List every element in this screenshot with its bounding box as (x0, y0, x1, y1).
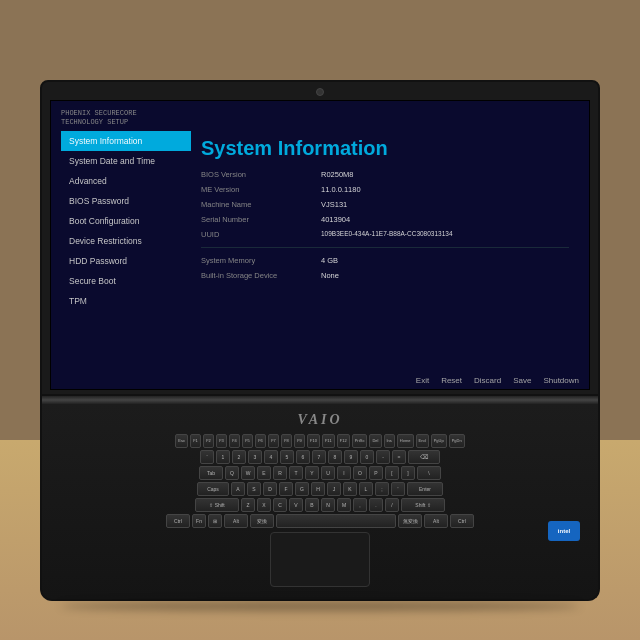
key-lbracket[interactable]: [ (385, 466, 399, 480)
footer-shutdown-button[interactable]: Shutdown (543, 376, 579, 385)
nav-system-information[interactable]: System Information (61, 131, 191, 151)
key-rshift[interactable]: Shift ⇧ (401, 498, 445, 512)
key-ralt[interactable]: Alt (424, 514, 448, 528)
key-i[interactable]: I (337, 466, 351, 480)
key-h[interactable]: H (311, 482, 325, 496)
key-3[interactable]: 3 (248, 450, 262, 464)
key-pgup[interactable]: PgUp (431, 434, 447, 448)
key-e[interactable]: E (257, 466, 271, 480)
key-del[interactable]: Del (369, 434, 381, 448)
key-f2[interactable]: F2 (203, 434, 214, 448)
key-w[interactable]: W (241, 466, 255, 480)
key-5[interactable]: 5 (280, 450, 294, 464)
key-c[interactable]: C (273, 498, 287, 512)
key-f4[interactable]: F4 (229, 434, 240, 448)
key-7[interactable]: 7 (312, 450, 326, 464)
content-title: System Information (201, 137, 569, 160)
nav-device-restrictions[interactable]: Device Restrictions (61, 231, 191, 251)
key-2[interactable]: 2 (232, 450, 246, 464)
key-f6[interactable]: F6 (255, 434, 266, 448)
key-win[interactable]: ⊞ (208, 514, 222, 528)
key-backslash[interactable]: \ (417, 466, 441, 480)
key-k[interactable]: K (343, 482, 357, 496)
key-semicolon[interactable]: ; (375, 482, 389, 496)
key-v[interactable]: V (289, 498, 303, 512)
nav-advanced[interactable]: Advanced (61, 171, 191, 191)
key-f7[interactable]: F7 (268, 434, 279, 448)
key-enter[interactable]: Enter (407, 482, 443, 496)
footer-reset-button[interactable]: Reset (441, 376, 462, 385)
key-o[interactable]: O (353, 466, 367, 480)
key-l[interactable]: L (359, 482, 373, 496)
key-f12[interactable]: F12 (337, 434, 350, 448)
key-lalt[interactable]: Alt (224, 514, 248, 528)
key-z[interactable]: Z (241, 498, 255, 512)
key-slash[interactable]: / (385, 498, 399, 512)
key-f1[interactable]: F1 (190, 434, 201, 448)
key-f11[interactable]: F11 (322, 434, 335, 448)
key-6[interactable]: 6 (296, 450, 310, 464)
key-prtsc[interactable]: PrtSc (352, 434, 368, 448)
key-home[interactable]: Home (397, 434, 414, 448)
key-minus[interactable]: - (376, 450, 390, 464)
key-henkan[interactable]: 変換 (250, 514, 274, 528)
key-j[interactable]: J (327, 482, 341, 496)
key-f10[interactable]: F10 (307, 434, 320, 448)
key-f3[interactable]: F3 (216, 434, 227, 448)
key-fn[interactable]: Fn (192, 514, 206, 528)
key-comma[interactable]: , (353, 498, 367, 512)
nav-tpm[interactable]: TPM (61, 291, 191, 311)
key-lshift[interactable]: ⇧ Shift (195, 498, 239, 512)
key-s[interactable]: S (247, 482, 261, 496)
key-d[interactable]: D (263, 482, 277, 496)
key-f8[interactable]: F8 (281, 434, 292, 448)
footer-discard-button[interactable]: Discard (474, 376, 501, 385)
key-n[interactable]: N (321, 498, 335, 512)
key-rctrl[interactable]: Ctrl (450, 514, 474, 528)
footer-save-button[interactable]: Save (513, 376, 531, 385)
footer-exit-button[interactable]: Exit (416, 376, 429, 385)
key-y[interactable]: Y (305, 466, 319, 480)
key-q[interactable]: Q (225, 466, 239, 480)
key-r[interactable]: R (273, 466, 287, 480)
key-x[interactable]: X (257, 498, 271, 512)
nav-boot-configuration[interactable]: Boot Configuration (61, 211, 191, 231)
nav-system-date-time[interactable]: System Date and Time (61, 151, 191, 171)
key-0[interactable]: 0 (360, 450, 374, 464)
key-end[interactable]: End (416, 434, 429, 448)
key-f[interactable]: F (279, 482, 293, 496)
key-8[interactable]: 8 (328, 450, 342, 464)
key-u[interactable]: U (321, 466, 335, 480)
key-muhenkan[interactable]: 無変換 (398, 514, 422, 528)
key-1[interactable]: 1 (216, 450, 230, 464)
nav-secure-boot[interactable]: Secure Boot (61, 271, 191, 291)
key-quote[interactable]: ' (391, 482, 405, 496)
nav-bios-password[interactable]: BIOS Password (61, 191, 191, 211)
nav-hdd-password[interactable]: HDD Password (61, 251, 191, 271)
key-ins[interactable]: Ins (384, 434, 395, 448)
key-a[interactable]: A (231, 482, 245, 496)
key-equals[interactable]: = (392, 450, 406, 464)
label-uuid: UUID (201, 230, 321, 239)
key-f5[interactable]: F5 (242, 434, 253, 448)
key-rbracket[interactable]: ] (401, 466, 415, 480)
key-lctrl[interactable]: Ctrl (166, 514, 190, 528)
key-esc[interactable]: Esc (175, 434, 188, 448)
key-t[interactable]: T (289, 466, 303, 480)
key-g[interactable]: G (295, 482, 309, 496)
key-period[interactable]: . (369, 498, 383, 512)
key-9[interactable]: 9 (344, 450, 358, 464)
key-m[interactable]: M (337, 498, 351, 512)
key-space[interactable] (276, 514, 396, 528)
key-tab[interactable]: Tab (199, 466, 223, 480)
key-p[interactable]: P (369, 466, 383, 480)
key-backspace[interactable]: ⌫ (408, 450, 440, 464)
key-4[interactable]: 4 (264, 450, 278, 464)
key-pgdn[interactable]: PgDn (449, 434, 465, 448)
touchpad[interactable] (270, 532, 370, 587)
key-capslock[interactable]: Caps (197, 482, 229, 496)
key-row-bottom: Ctrl Fn ⊞ Alt 変換 無変換 Alt Ctrl (54, 514, 586, 528)
key-backtick[interactable]: ` (200, 450, 214, 464)
key-f9[interactable]: F9 (294, 434, 305, 448)
key-b[interactable]: B (305, 498, 319, 512)
